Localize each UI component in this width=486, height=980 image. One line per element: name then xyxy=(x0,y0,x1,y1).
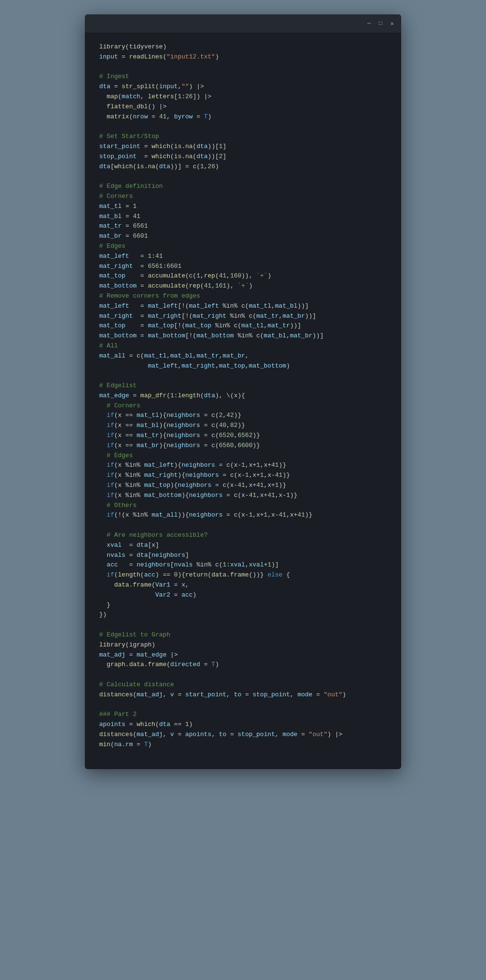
code-content: library(tidyverse) input = readLines("in… xyxy=(85,33,401,769)
titlebar: — □ ✕ xyxy=(85,14,401,33)
maximize-button[interactable]: □ xyxy=(377,20,384,27)
minimize-button[interactable]: — xyxy=(366,20,372,27)
close-button[interactable]: ✕ xyxy=(389,20,395,27)
code-window: — □ ✕ library(tidyverse) input = readLin… xyxy=(85,14,401,769)
